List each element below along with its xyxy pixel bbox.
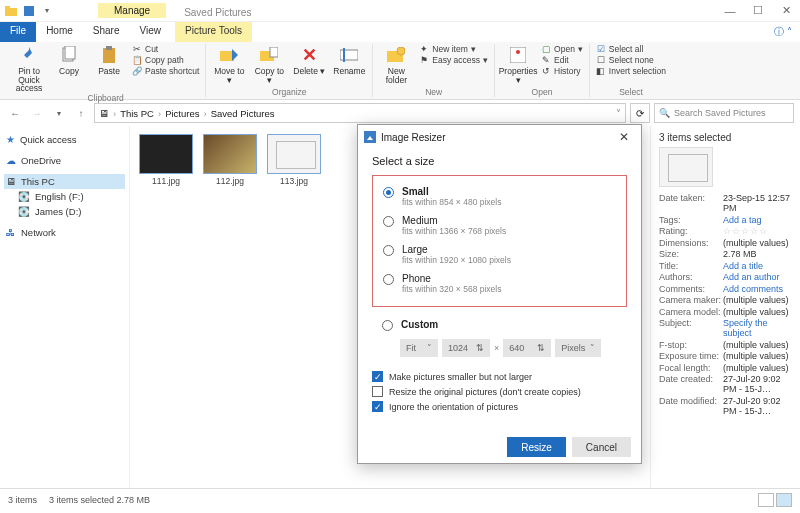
tab-share[interactable]: Share	[83, 22, 130, 42]
new-folder-button[interactable]: New folder	[379, 44, 413, 84]
star-icon: ★	[6, 134, 15, 145]
file-item[interactable]: 113.jpg	[266, 134, 322, 186]
app-icon	[364, 131, 376, 143]
properties-button[interactable]: Properties ▾	[501, 44, 535, 84]
search-icon: 🔍	[659, 108, 670, 118]
edit-button[interactable]: ✎Edit	[541, 55, 583, 65]
qat-chevron-down-icon[interactable]: ▾	[40, 4, 54, 18]
fit-mode-select[interactable]: Fit˅	[400, 339, 438, 357]
paste-shortcut-button[interactable]: 🔗Paste shortcut	[132, 66, 199, 76]
select-none-button[interactable]: ☐Select none	[596, 55, 666, 65]
svg-rect-10	[340, 50, 358, 60]
ribbon: Pin to Quick access Copy Paste ✂Cut 📋Cop…	[0, 42, 800, 100]
nav-onedrive[interactable]: ☁OneDrive	[4, 153, 125, 168]
nav-drive-james[interactable]: 💽James (D:)	[4, 204, 125, 219]
radio-icon	[383, 216, 394, 227]
up-button[interactable]: ↑	[72, 104, 90, 122]
option-small[interactable]: Smallfits within 854 × 480 pixels	[383, 182, 616, 211]
view-thumbnails-button[interactable]	[776, 493, 792, 507]
invert-selection-button[interactable]: ◧Invert selection	[596, 66, 666, 76]
resize-button[interactable]: Resize	[507, 437, 566, 457]
dialog-close-button[interactable]: ✕	[613, 130, 635, 144]
tab-picture-tools[interactable]: Picture Tools	[175, 22, 252, 42]
select-all-button[interactable]: ☑Select all	[596, 44, 666, 54]
nav-network[interactable]: 🖧Network	[4, 225, 125, 240]
sparkle-icon: ✦	[419, 44, 429, 54]
stepper-icon: ⇅	[476, 343, 484, 353]
copy-to-button[interactable]: Copy to ▾	[252, 44, 286, 84]
delete-button[interactable]: ✕Delete ▾	[292, 44, 326, 76]
file-item[interactable]: 111.jpg	[138, 134, 194, 186]
tab-home[interactable]: Home	[36, 22, 83, 42]
breadcrumb[interactable]: 🖥 ›This PC ›Pictures ›Saved Pictures ˅	[94, 103, 626, 123]
add-subject-link[interactable]: Specify the subject	[723, 318, 792, 338]
add-author-link[interactable]: Add an author	[723, 272, 792, 282]
cut-button[interactable]: ✂Cut	[132, 44, 199, 54]
details-pane: 3 items selected Date taken:23-Sep-15 12…	[650, 126, 800, 488]
context-tab-manage[interactable]: Manage	[98, 3, 166, 18]
tab-file[interactable]: File	[0, 22, 36, 42]
new-item-button[interactable]: ✦New item ▾	[419, 44, 488, 54]
qat-save-icon[interactable]	[22, 4, 36, 18]
copy-button[interactable]: Copy	[52, 44, 86, 76]
option-phone[interactable]: Phonefits within 320 × 568 pixels	[383, 269, 616, 298]
easy-access-button[interactable]: ⚑Easy access ▾	[419, 55, 488, 65]
check-ignore-orientation[interactable]: ✓Ignore the orientation of pictures	[372, 399, 627, 414]
pin-button[interactable]: Pin to Quick access	[12, 44, 46, 93]
check-smaller-only[interactable]: ✓Make pictures smaller but not larger	[372, 369, 627, 384]
select-all-icon: ☑	[596, 44, 606, 54]
folder-icon	[4, 4, 18, 18]
chevron-down-icon[interactable]: ˅	[616, 108, 621, 119]
option-large[interactable]: Largefits within 1920 × 1080 pixels	[383, 240, 616, 269]
preview-thumbnail	[659, 147, 713, 187]
nav-drive-english[interactable]: 💽English (F:)	[4, 189, 125, 204]
checkbox-icon	[372, 386, 383, 397]
option-medium[interactable]: Mediumfits within 1366 × 768 pixels	[383, 211, 616, 240]
move-to-button[interactable]: Move to ▾	[212, 44, 246, 84]
nav-quick-access[interactable]: ★Quick access	[4, 132, 125, 147]
times-icon: ×	[494, 343, 499, 353]
tab-view[interactable]: View	[130, 22, 172, 42]
add-tag-link[interactable]: Add a tag	[723, 215, 792, 225]
option-custom[interactable]: Custom	[372, 315, 627, 335]
group-label: New	[379, 87, 488, 97]
rename-button[interactable]: Rename	[332, 44, 366, 76]
radio-icon	[383, 187, 394, 198]
radio-icon	[383, 245, 394, 256]
paste-button[interactable]: Paste	[92, 44, 126, 76]
close-button[interactable]: ✕	[772, 0, 800, 22]
back-button[interactable]: ←	[6, 104, 24, 122]
help-icon[interactable]: ⓘ ˄	[766, 22, 800, 42]
open-button[interactable]: ▢Open ▾	[541, 44, 583, 54]
unit-select[interactable]: Pixels˅	[555, 339, 601, 357]
thumbnail	[203, 134, 257, 174]
network-icon: 🖧	[6, 227, 16, 238]
height-input[interactable]: 640⇅	[503, 339, 551, 357]
rating-stars[interactable]: ☆☆☆☆☆	[723, 226, 792, 236]
check-resize-original[interactable]: Resize the original pictures (don't crea…	[372, 384, 627, 399]
copy-path-button[interactable]: 📋Copy path	[132, 55, 199, 65]
add-comments-link[interactable]: Add comments	[723, 284, 792, 294]
drive-icon: 💽	[18, 191, 30, 202]
shortcut-icon: 🔗	[132, 66, 142, 76]
history-button[interactable]: ↺History	[541, 66, 583, 76]
svg-rect-14	[510, 47, 526, 63]
add-title-link[interactable]: Add a title	[723, 261, 792, 271]
group-label: Clipboard	[12, 93, 199, 103]
details-header: 3 items selected	[659, 132, 792, 143]
svg-rect-1	[5, 6, 10, 9]
window-title: Saved Pictures	[184, 7, 251, 18]
cancel-button[interactable]: Cancel	[572, 437, 631, 457]
search-input[interactable]: 🔍 Search Saved Pictures	[654, 103, 794, 123]
width-input[interactable]: 1024⇅	[442, 339, 490, 357]
forward-button[interactable]: →	[28, 104, 46, 122]
maximize-button[interactable]: ☐	[744, 0, 772, 22]
view-details-button[interactable]	[758, 493, 774, 507]
recent-locations-button[interactable]: ▾	[50, 104, 68, 122]
status-item-count: 3 items	[8, 495, 37, 505]
file-item[interactable]: 112.jpg	[202, 134, 258, 186]
minimize-button[interactable]: ―	[716, 0, 744, 22]
refresh-button[interactable]: ⟳	[630, 103, 650, 123]
nav-this-pc[interactable]: 🖥This PC	[4, 174, 125, 189]
svg-rect-5	[103, 48, 115, 63]
